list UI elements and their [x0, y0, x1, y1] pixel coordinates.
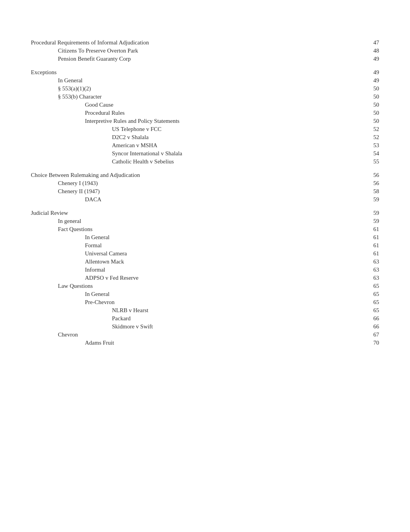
toc-page-cell-catholic-health: 55	[327, 158, 379, 166]
toc-page-cell-packard: 66	[327, 314, 379, 323]
toc-container: Procedural Requirements of Informal Adju…	[31, 39, 379, 347]
toc-page-cell-fact-questions: 61	[327, 225, 379, 233]
toc-row-informal: Informal63	[31, 266, 379, 274]
toc-label-cell-fact-questions: Fact Questions	[31, 225, 327, 233]
toc-row-law-questions: Law Questions65	[31, 282, 379, 290]
toc-page-cell-good-cause: 50	[327, 101, 379, 109]
toc-row-553a12: § 553(a)(1)(2)50	[31, 85, 379, 93]
toc-label-cell-chevron: Chevron	[31, 331, 327, 339]
toc-row-chevron: Chevron67	[31, 331, 379, 339]
toc-page-cell-universal-camera: 61	[327, 250, 379, 258]
toc-row-syncor-shalala: Syncor International v Shalala54	[31, 150, 379, 158]
toc-label-cell-pre-chevron: Pre-Chevron	[31, 298, 327, 306]
toc-label-cell-us-telephone: US Telephone v FCC	[31, 125, 327, 133]
toc-row-chenery-ii: Chenery II (1947)58	[31, 187, 379, 195]
toc-page-cell-553a12: 50	[327, 85, 379, 93]
toc-page-cell-procedural-rules: 50	[327, 109, 379, 117]
toc-row-in-general-law: In General65	[31, 290, 379, 298]
toc-row-pension-benefit: Pension Benefit Guaranty Corp49	[31, 55, 379, 63]
toc-page-cell-pre-chevron: 65	[327, 298, 379, 306]
toc-row-chenery-i: Chenery I (1943)56	[31, 179, 379, 187]
toc-page-cell-american-msha: 53	[327, 141, 379, 150]
toc-page-cell-in-general-judicial: 59	[327, 217, 379, 225]
toc-label-cell-universal-camera: Universal Camera	[31, 250, 327, 258]
toc-row-good-cause: Good Cause50	[31, 101, 379, 109]
toc-page-cell-daca: 59	[327, 195, 379, 204]
toc-row-nlrb-hearst: NLRB v Hearst65	[31, 306, 379, 314]
toc-label-cell-pension-benefit: Pension Benefit Guaranty Corp	[31, 55, 327, 63]
toc-label-cell-chenery-i: Chenery I (1943)	[31, 179, 327, 187]
toc-page-cell-chevron: 67	[327, 331, 379, 339]
toc-page-cell-us-telephone: 52	[327, 125, 379, 133]
toc-page-cell-procedural-requirements: 47	[327, 39, 379, 47]
toc-page-cell-553b-character: 50	[327, 93, 379, 101]
toc-label-cell-in-general-law: In General	[31, 290, 327, 298]
toc-row-d2c2-shalala: D2C2 v Shalala52	[31, 133, 379, 141]
toc-label-cell-in-general-fact: In General	[31, 233, 327, 241]
toc-label-cell-good-cause: Good Cause	[31, 101, 327, 109]
toc-page-cell-pension-benefit: 49	[327, 55, 379, 63]
toc-label-cell-d2c2-shalala: D2C2 v Shalala	[31, 133, 327, 141]
toc-label-cell-law-questions: Law Questions	[31, 282, 327, 290]
toc-label-cell-553b-character: § 553(b) Character	[31, 93, 327, 101]
toc-row-daca: DACA59	[31, 195, 379, 204]
toc-page-cell-allentown-mack: 63	[327, 258, 379, 266]
toc-row-exceptions: Exceptions49	[31, 68, 379, 76]
toc-row-fact-questions: Fact Questions61	[31, 225, 379, 233]
toc-row-us-telephone: US Telephone v FCC52	[31, 125, 379, 133]
toc-row-universal-camera: Universal Camera61	[31, 250, 379, 258]
toc-label-cell-judicial-review: Judicial Review	[31, 209, 327, 217]
toc-page-cell-in-general-exceptions: 49	[327, 76, 379, 85]
toc-row-judicial-review: Judicial Review59	[31, 209, 379, 217]
toc-label-cell-in-general-judicial: In general	[31, 217, 327, 225]
toc-page-cell-formal: 61	[327, 241, 379, 250]
toc-spacer	[31, 166, 379, 171]
toc-page-cell-choice-between: 56	[327, 171, 379, 179]
toc-row-pre-chevron: Pre-Chevron65	[31, 298, 379, 306]
toc-page-cell-law-questions: 65	[327, 282, 379, 290]
toc-row-catholic-health: Catholic Health v Sebelius55	[31, 158, 379, 166]
toc-page-cell-citizens-preserve: 48	[327, 47, 379, 55]
toc-page-cell-chenery-ii: 58	[327, 187, 379, 195]
toc-page-cell-in-general-fact: 61	[327, 233, 379, 241]
toc-row-in-general-judicial: In general59	[31, 217, 379, 225]
toc-row-citizens-preserve: Citizens To Preserve Overton Park48	[31, 47, 379, 55]
toc-page-cell-in-general-law: 65	[327, 290, 379, 298]
toc-row-553b-character: § 553(b) Character50	[31, 93, 379, 101]
toc-label-cell-skidmore-swift: Skidmore v Swift	[31, 323, 327, 331]
toc-spacer	[31, 204, 379, 209]
toc-row-formal: Formal61	[31, 241, 379, 250]
toc-label-cell-catholic-health: Catholic Health v Sebelius	[31, 158, 327, 166]
toc-page-cell-d2c2-shalala: 52	[327, 133, 379, 141]
toc-row-in-general-exceptions: In General49	[31, 76, 379, 85]
toc-label-cell-choice-between: Choice Between Rulemaking and Adjudicati…	[31, 171, 327, 179]
toc-spacer	[31, 63, 379, 68]
toc-label-cell-citizens-preserve: Citizens To Preserve Overton Park	[31, 47, 327, 55]
toc-row-in-general-fact: In General61	[31, 233, 379, 241]
toc-page-cell-nlrb-hearst: 65	[327, 306, 379, 314]
toc-row-adams-fruit: Adams Fruit70	[31, 339, 379, 347]
toc-page-cell-interpretive-rules: 50	[327, 117, 379, 125]
toc-row-choice-between: Choice Between Rulemaking and Adjudicati…	[31, 171, 379, 179]
toc-label-cell-553a12: § 553(a)(1)(2)	[31, 85, 327, 93]
toc-label-cell-in-general-exceptions: In General	[31, 76, 327, 85]
toc-label-cell-daca: DACA	[31, 195, 327, 204]
toc-page-cell-adams-fruit: 70	[327, 339, 379, 347]
toc-page-cell-exceptions: 49	[327, 68, 379, 76]
toc-row-packard: Packard66	[31, 314, 379, 323]
toc-label-cell-american-msha: American v MSHA	[31, 141, 327, 150]
toc-label-cell-adams-fruit: Adams Fruit	[31, 339, 327, 347]
toc-row-procedural-rules: Procedural Rules50	[31, 109, 379, 117]
toc-page-cell-adpso-fed-reserve: 63	[327, 274, 379, 282]
toc-label-cell-formal: Formal	[31, 241, 327, 250]
toc-row-american-msha: American v MSHA53	[31, 141, 379, 150]
toc-page-cell-informal: 63	[327, 266, 379, 274]
toc-label-cell-packard: Packard	[31, 314, 327, 323]
toc-label-cell-adpso-fed-reserve: ADPSO v Fed Reserve	[31, 274, 327, 282]
toc-label-cell-syncor-shalala: Syncor International v Shalala	[31, 150, 327, 158]
toc-page-cell-judicial-review: 59	[327, 209, 379, 217]
toc-page-cell-syncor-shalala: 54	[327, 150, 379, 158]
toc-label-cell-nlrb-hearst: NLRB v Hearst	[31, 306, 327, 314]
toc-page-cell-skidmore-swift: 66	[327, 323, 379, 331]
toc-label-cell-allentown-mack: Allentown Mack	[31, 258, 327, 266]
